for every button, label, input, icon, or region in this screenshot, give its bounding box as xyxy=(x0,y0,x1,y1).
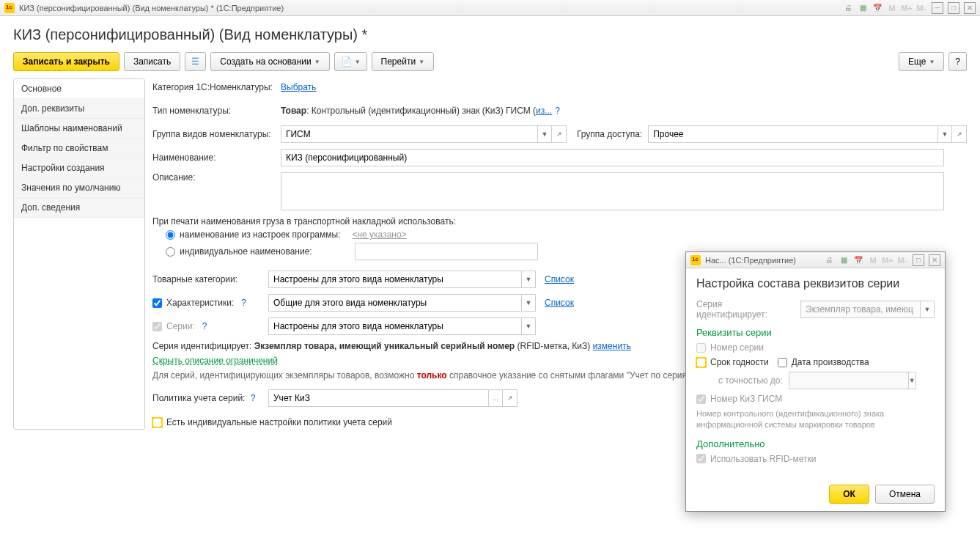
modal-ident-input xyxy=(800,301,920,318)
memory-m-icon[interactable]: M xyxy=(886,2,898,14)
hide-desc-link[interactable]: Скрыть описание ограничений xyxy=(152,356,278,366)
create-based-button[interactable]: Создать на основании▼ xyxy=(210,52,329,71)
memory-mplus-icon[interactable]: M+ xyxy=(901,2,913,14)
char-input[interactable] xyxy=(268,294,521,312)
series-requisites-dialog: Нас... (1С:Предприятие) 🖨 ▦ 📅 M M+ M- □ … xyxy=(685,251,946,512)
dropdown-icon[interactable]: ▼ xyxy=(937,125,952,143)
series-input[interactable] xyxy=(268,317,521,335)
open-icon[interactable]: ↗ xyxy=(503,389,517,407)
modal-rfid-checkbox xyxy=(696,454,706,463)
name-label: Наименование: xyxy=(152,152,281,163)
calendar-icon[interactable]: 📅 xyxy=(852,254,864,266)
calc-icon[interactable]: ▦ xyxy=(857,2,869,14)
series-checkbox xyxy=(152,322,162,331)
char-help-icon[interactable]: ? xyxy=(241,298,246,308)
modal-window-title: Нас... (1С:Предприятие) xyxy=(705,256,796,265)
modal-section-requisites: Реквизиты серии xyxy=(696,327,935,338)
doc-icon-button[interactable]: 📄▼ xyxy=(334,52,367,71)
minimize-button[interactable]: ─ xyxy=(932,2,943,14)
radio1-notset-link[interactable]: <не указано> xyxy=(352,229,406,240)
type-change-link[interactable]: из... xyxy=(536,106,552,116)
sidebar-item-filter[interactable]: Фильтр по свойствам xyxy=(14,139,144,158)
open-icon[interactable]: ↗ xyxy=(952,125,967,143)
memory-mminus-icon[interactable]: M- xyxy=(896,254,908,266)
list-icon-button[interactable]: ☰ xyxy=(185,52,206,71)
app-logo-icon xyxy=(4,3,15,13)
goto-button[interactable]: Перейти▼ xyxy=(372,52,434,71)
modal-precision-label: с точностью до: xyxy=(718,375,783,386)
open-icon[interactable]: ↗ xyxy=(552,125,567,143)
window-titlebar: КИЗ (персонифицированный) (Вид номенклат… xyxy=(0,0,980,16)
policy-input[interactable] xyxy=(268,389,488,407)
indiv-settings-checkbox[interactable] xyxy=(152,418,162,427)
series-ident-label: Серия идентифицирует: xyxy=(152,341,254,351)
series-ident-value: Экземпляр товара, имеющий уникальный сер… xyxy=(254,341,515,351)
modal-ident-label: Серия идентифицирует: xyxy=(696,299,792,320)
policy-help-icon[interactable]: ? xyxy=(251,393,256,403)
dropdown-icon[interactable]: ▼ xyxy=(521,294,536,312)
radio2-label: индивидуальное наименование: xyxy=(180,246,312,257)
modal-expiry-checkbox[interactable] xyxy=(696,358,706,367)
desc-textarea[interactable] xyxy=(281,172,944,210)
sidebar: Основное Доп. реквизиты Шаблоны наименов… xyxy=(13,78,145,430)
window-title: КИЗ (персонифицированный) (Вид номенклат… xyxy=(19,4,284,12)
characteristics-checkbox[interactable] xyxy=(152,298,162,308)
more-button[interactable]: Еще▼ xyxy=(899,52,944,71)
category-label: Категория 1С:Номенклатуры: xyxy=(152,82,281,92)
sidebar-item-main[interactable]: Основное xyxy=(14,79,144,99)
modal-close-button[interactable]: ✕ xyxy=(929,254,940,266)
tov-cat-label: Товарные категории: xyxy=(152,274,268,284)
close-button[interactable]: ✕ xyxy=(964,2,976,14)
modal-number-checkbox xyxy=(696,343,706,353)
series-label: Серии: xyxy=(166,321,195,331)
type-help-icon[interactable]: ? xyxy=(555,106,560,116)
maximize-button[interactable]: □ xyxy=(948,2,959,14)
desc-label: Описание: xyxy=(152,172,281,183)
category-select-link[interactable]: Выбрать xyxy=(281,82,316,92)
modal-maximize-button[interactable]: □ xyxy=(913,254,924,266)
toolbar: Записать и закрыть Записать ☰ Создать на… xyxy=(13,52,967,71)
save-button[interactable]: Записать xyxy=(124,52,180,71)
memory-mminus-icon[interactable]: M- xyxy=(915,2,927,14)
modal-proddate-checkbox[interactable] xyxy=(778,358,787,367)
ellipsis-icon[interactable]: … xyxy=(488,389,503,407)
save-close-button[interactable]: Записать и закрыть xyxy=(13,52,119,71)
memory-m-icon[interactable]: M xyxy=(867,254,879,266)
sidebar-item-defaults[interactable]: Значения по умолчанию xyxy=(14,178,144,198)
radio-individual-name[interactable] xyxy=(166,247,175,257)
series-help-icon[interactable]: ? xyxy=(202,321,207,331)
access-group-input[interactable] xyxy=(648,125,937,143)
tov-cat-list-link[interactable]: Список xyxy=(545,274,574,284)
dropdown-icon[interactable]: ▼ xyxy=(521,271,536,288)
group-kind-input[interactable] xyxy=(281,125,537,143)
type-label: Тип номенклатуры: xyxy=(152,106,281,116)
memory-mplus-icon[interactable]: M+ xyxy=(882,254,894,266)
sidebar-item-templates[interactable]: Шаблоны наименований xyxy=(14,119,144,139)
modal-precision-input xyxy=(789,372,908,389)
access-group-label: Группа доступа: xyxy=(577,129,642,139)
print-label: При печати наименования груза в транспор… xyxy=(152,216,967,227)
modal-ok-button[interactable]: ОК xyxy=(829,485,869,504)
dropdown-icon[interactable]: ▼ xyxy=(537,125,552,143)
calendar-icon[interactable]: 📅 xyxy=(872,2,883,14)
help-button[interactable]: ? xyxy=(948,52,967,71)
char-list-link[interactable]: Список xyxy=(545,298,574,308)
tov-cat-input[interactable] xyxy=(268,271,521,288)
modal-kiz-checkbox xyxy=(696,394,706,404)
modal-kiz-hint: Номер контрольного (идентификационного) … xyxy=(696,408,935,431)
sidebar-item-extra-req[interactable]: Доп. реквизиты xyxy=(14,99,144,119)
print-icon[interactable]: 🖨 xyxy=(823,254,835,266)
radio-program-name[interactable] xyxy=(166,230,175,240)
modal-cancel-button[interactable]: Отмена xyxy=(875,485,935,504)
sidebar-item-create-settings[interactable]: Настройки создания xyxy=(14,158,144,178)
series-change-link[interactable]: изменить xyxy=(593,341,631,351)
modal-title: Настройка состава реквизитов серии xyxy=(696,277,935,290)
dropdown-icon: ▼ xyxy=(920,301,935,318)
calc-icon[interactable]: ▦ xyxy=(838,254,850,266)
name-input[interactable] xyxy=(281,149,944,166)
print-icon[interactable]: 🖨 xyxy=(842,2,854,14)
sidebar-item-extra-info[interactable]: Доп. сведения xyxy=(14,198,144,218)
individual-name-input[interactable] xyxy=(355,243,538,260)
dropdown-icon[interactable]: ▼ xyxy=(521,317,536,335)
dropdown-icon: ▼ xyxy=(908,372,916,389)
